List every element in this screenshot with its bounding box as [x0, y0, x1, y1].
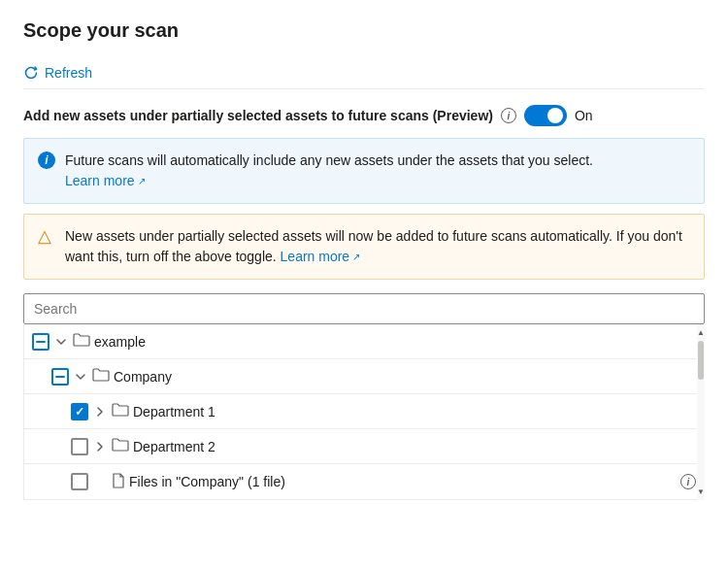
warning-icon: △ [38, 225, 55, 247]
tree-container: exampleCompanyDepartment 1Department 2Fi… [23, 324, 705, 500]
refresh-icon [23, 65, 39, 81]
tree-label-row-example: example [94, 334, 696, 350]
refresh-button[interactable]: Refresh [23, 57, 705, 89]
checkbox-row-dept1[interactable] [71, 403, 88, 420]
toggle-row: Add new assets under partially selected … [23, 105, 705, 126]
info-banner-icon: i [38, 151, 55, 169]
checkbox-row-files[interactable] [71, 473, 88, 490]
folder-icon [92, 367, 110, 386]
tree-label-row-dept1: Department 1 [133, 404, 696, 420]
warning-banner: △ New assets under partially selected as… [23, 214, 705, 280]
info-banner: i Future scans will automatically includ… [23, 138, 705, 204]
tree-label-row-files: Files in "Company" (1 file) [129, 474, 673, 489]
chevron-row-dept1[interactable] [92, 404, 108, 420]
files-info-icon[interactable]: i [680, 474, 696, 489]
toggle-label: Add new assets under partially selected … [23, 108, 493, 123]
tree-row: Department 1 [24, 394, 704, 429]
warning-external-link-icon: ↗ [352, 250, 360, 264]
chevron-row-company[interactable] [73, 369, 88, 385]
scrollbar[interactable]: ▲ ▼ [697, 324, 705, 500]
chevron-row-dept2[interactable] [92, 439, 108, 454]
tree-label-row-company: Company [114, 369, 696, 385]
tree-row: Department 2 [24, 429, 704, 464]
external-link-icon: ↗ [138, 174, 146, 188]
checkbox-row-company[interactable] [51, 368, 69, 386]
search-input[interactable] [23, 293, 705, 324]
page-title: Scope your scan [23, 19, 705, 42]
folder-icon [112, 402, 129, 420]
warning-learn-more-link[interactable]: Learn more ↗ [281, 247, 361, 267]
tree-row: example [24, 324, 704, 359]
folder-icon [112, 437, 129, 455]
toggle-switch[interactable] [524, 105, 567, 126]
checkbox-row-dept2[interactable] [71, 438, 88, 455]
scroll-up-arrow[interactable]: ▲ [695, 326, 707, 339]
toggle-info-icon[interactable]: i [501, 108, 516, 123]
chevron-row-example[interactable] [53, 334, 69, 350]
info-learn-more-link[interactable]: Learn more ↗ [65, 171, 146, 191]
folder-icon [73, 332, 90, 351]
toggle-thumb [547, 108, 563, 123]
refresh-label: Refresh [45, 65, 92, 81]
toggle-state-label: On [575, 108, 593, 123]
tree-row: Files in "Company" (1 file)i [24, 464, 704, 499]
info-banner-text: Future scans will automatically include … [65, 151, 593, 191]
scroll-down-arrow[interactable]: ▼ [695, 486, 707, 498]
checkbox-row-example[interactable] [32, 333, 50, 351]
warning-text: New assets under partially selected asse… [65, 226, 690, 267]
tree-row: Company [24, 359, 704, 394]
file-icon [112, 473, 125, 491]
tree-label-row-dept2: Department 2 [133, 439, 696, 454]
scroll-thumb[interactable] [698, 341, 704, 380]
